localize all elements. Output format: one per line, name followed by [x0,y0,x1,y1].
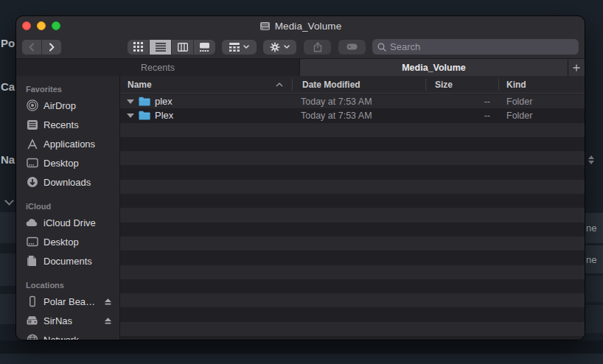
sidebar-item-airdrop[interactable]: AirDrop [16,96,119,115]
column-header-label: Kind [506,80,526,90]
column-divider[interactable] [498,79,499,91]
sidebar-item-label: Network [43,335,79,340]
airdrop-icon [26,99,38,112]
column-view-icon [178,43,188,52]
file-kind: Folder [506,111,532,121]
table-row-Plex[interactable]: Plex Today at 7:53 AM -- Folder [120,108,585,122]
recents-icon [26,119,38,131]
gallery-view-icon [199,43,210,52]
background-row-fragment [584,276,603,302]
sidebar-item-sirnas[interactable]: SirNas [16,311,119,330]
chevron-down-icon [284,45,290,49]
background-row-fragment: ne [584,213,603,243]
tab-media-volume[interactable]: Media_Volume [300,59,568,76]
view-mode-segmented-control [128,40,215,55]
search-input[interactable] [390,41,574,52]
nas-icon [26,315,38,327]
group-by-button[interactable] [222,40,257,55]
disclosure-triangle[interactable] [127,99,134,104]
column-header-kind[interactable]: Kind [506,76,526,94]
new-tab-button[interactable] [568,59,585,76]
file-name: Plex [155,110,173,121]
background-sort-arrows-icon [588,155,594,164]
sidebar-item-documents[interactable]: Documents [16,251,119,270]
folder-icon [139,97,150,106]
disclosure-triangle[interactable] [127,113,134,118]
background-text-fragment: Po [1,37,15,49]
icon-view-icon [133,42,143,52]
window-content: Favorites AirDrop Recents [16,76,585,340]
tab-bar: Recents Media_Volume [16,58,585,76]
tab-recents[interactable]: Recents [16,59,300,76]
column-header-date-modified[interactable]: Date Modified [302,76,360,94]
background-bar-fragment [0,340,603,354]
list-view-button[interactable] [150,40,171,55]
finder-window: Media_Volume [16,16,585,340]
sidebar-item-network[interactable]: Network [16,330,119,340]
sidebar: Favorites AirDrop Recents [16,76,120,340]
title-bar[interactable]: Media_Volume [16,16,585,35]
list-view-icon [156,43,166,52]
gear-icon [270,42,280,52]
share-icon [313,42,322,52]
sidebar-item-recents[interactable]: Recents [16,115,119,134]
background-panel-fragment [0,294,16,324]
downloads-icon [26,176,38,189]
background-bar-fragment [0,354,603,364]
sort-ascending-icon [276,83,283,87]
file-rows: plex Today at 7:53 AM -- Folder Plex Tod… [120,94,585,340]
window-title-area: Media_Volume [16,16,585,35]
column-header-label: Name [128,80,152,90]
list-column-headers: Name Date Modified Size Kind [120,76,585,94]
sidebar-section-favorites: Favorites [16,83,119,96]
sidebar-item-applications[interactable]: Applications [16,134,119,153]
volume-icon [259,21,271,31]
sidebar-item-icloud-desktop[interactable]: Desktop [16,232,119,251]
device-icon [26,295,38,308]
folder-icon [139,111,150,120]
eject-button[interactable] [104,316,112,327]
gallery-view-button[interactable] [194,40,215,55]
sidebar-item-icloud-drive[interactable]: iCloud Drive [16,213,119,232]
desktop-background: Po Ca Na ne ne Media_Volume [0,0,603,364]
column-header-name[interactable]: Name [128,76,152,94]
share-button[interactable] [304,40,331,55]
column-header-size[interactable]: Size [435,76,453,94]
action-menu-button[interactable] [263,40,296,55]
sidebar-item-label: Desktop [43,237,79,248]
file-name: plex [155,96,172,107]
desktop-icon [26,236,38,248]
sidebar-item-polar-bear[interactable]: Polar Bea… [16,292,119,311]
background-row-fragment: ne [584,245,603,273]
toolbar [16,35,585,58]
group-by-icon [229,43,240,52]
file-date-modified: Today at 7:53 AM [301,97,372,107]
column-divider[interactable] [425,79,426,91]
icon-view-button[interactable] [128,40,149,55]
background-text-fragment: Na [1,153,15,166]
forward-button[interactable] [42,40,61,55]
search-field[interactable] [372,39,579,55]
globe-icon [26,334,38,340]
sidebar-item-downloads[interactable]: Downloads [16,172,119,192]
file-date-modified: Today at 7:53 AM [301,111,372,121]
column-divider[interactable] [292,79,293,91]
file-list-area: Name Date Modified Size Kind [120,76,585,340]
search-icon [377,43,386,52]
navigation-buttons [22,40,61,55]
column-view-button[interactable] [172,40,193,55]
table-row-plex[interactable]: plex Today at 7:53 AM -- Folder [120,94,585,108]
desktop-icon [26,157,38,169]
back-button[interactable] [22,40,41,55]
tag-button[interactable] [338,40,366,55]
forward-icon [49,43,55,52]
sidebar-item-desktop[interactable]: Desktop [16,153,119,172]
sidebar-item-label: Polar Bea… [43,296,95,307]
file-size: -- [425,97,490,107]
sidebar-item-label: Documents [43,256,92,267]
tab-label: Media_Volume [402,63,466,73]
sidebar-item-label: iCloud Drive [43,217,96,228]
sidebar-item-label: Downloads [43,177,91,188]
sidebar-section-locations: Locations [16,279,119,292]
eject-button[interactable] [104,297,112,308]
